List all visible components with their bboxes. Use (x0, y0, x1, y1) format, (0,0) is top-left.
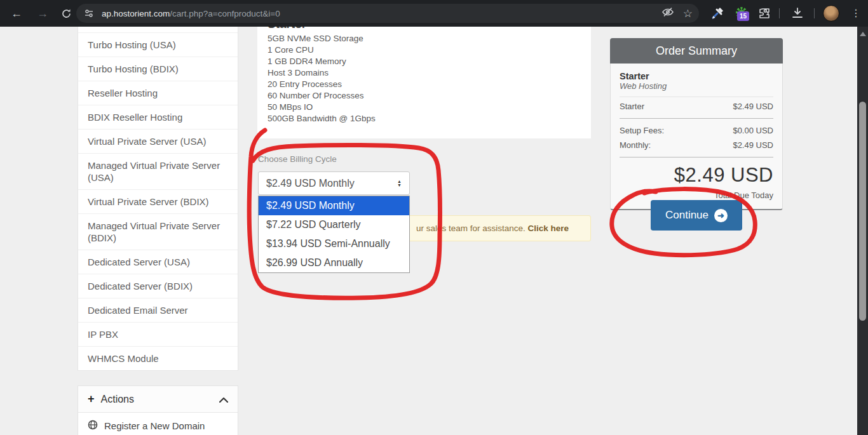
back-icon[interactable]: ← (9, 6, 24, 21)
arrow-circle-right-icon: ➜ (714, 209, 728, 222)
product-feature: 50 MBps IO (268, 102, 581, 113)
category-item[interactable]: Virtual Private Server (BDIX) (78, 190, 238, 214)
category-item[interactable]: IP PBX (78, 323, 238, 347)
category-item[interactable]: Dedicated Email Server (78, 298, 238, 323)
category-item[interactable]: Managed Virtual Private Server (BDIX) (78, 214, 238, 250)
reload-icon[interactable] (58, 6, 74, 21)
browser-toolbar: ← → ap.hostorient.com/cart.php?a=confpro… (0, 0, 868, 27)
product-name: Starter (268, 27, 581, 31)
category-sidebar: Turbo Hosting (USA) Turbo Hosting (BDIX)… (78, 27, 238, 371)
scrollbar-up-arrow[interactable] (860, 32, 866, 36)
scrollbar[interactable] (857, 27, 868, 435)
address-bar[interactable]: ap.hostorient.com/cart.php?a=confproduct… (76, 4, 699, 23)
summary-total-caption: Total Due Today (620, 191, 773, 200)
url-text: ap.hostorient.com/cart.php?a=confproduct… (102, 9, 280, 18)
site-settings-icon[interactable] (76, 8, 102, 18)
billing-option-semiannually[interactable]: $13.94 USD Semi-Annually (259, 234, 409, 253)
select-spinner-icon: ▲▼ (397, 180, 402, 187)
category-item[interactable]: Virtual Private Server (USA) (78, 130, 238, 154)
browser-window: ← → ap.hostorient.com/cart.php?a=confpro… (0, 0, 868, 435)
summary-setup-fees: Setup Fees:$0.00 USD (620, 123, 773, 138)
globe-icon (88, 420, 98, 432)
product-feature: 5GB NVMe SSD Storage (268, 33, 581, 44)
product-feature: 1 Core CPU (268, 44, 581, 56)
click-here-link[interactable]: Click here (528, 224, 569, 233)
actions-title: Actions (101, 394, 134, 405)
category-item[interactable]: Turbo Hosting (BDIX) (78, 57, 238, 81)
category-item[interactable]: Reseller Hosting (78, 81, 238, 105)
billing-cycle-select[interactable]: $2.49 USD Monthly ▲▼ (258, 171, 410, 195)
category-item[interactable]: BDIX Reseller Hosting (78, 105, 238, 130)
product-feature: Host 3 Domains (268, 67, 581, 79)
billing-option-annually[interactable]: $26.99 USD Annually (259, 253, 409, 272)
plus-icon: + (88, 392, 95, 406)
profile-avatar[interactable] (823, 5, 839, 22)
actions-panel: + Actions Register a New Domain (78, 385, 238, 435)
billing-option-monthly[interactable]: $2.49 USD Monthly (259, 196, 409, 215)
continue-button[interactable]: Continue ➜ (651, 200, 742, 231)
browser-menu-icon[interactable]: ⋮ (850, 6, 862, 21)
billing-cycle-dropdown: $2.49 USD Monthly $7.22 USD Quarterly $1… (258, 196, 410, 273)
summary-line-item: Starter$2.49 USD (620, 97, 773, 114)
alert-text: ur sales team for assistance. (416, 224, 528, 233)
continue-label: Continue (665, 209, 709, 222)
actions-panel-header[interactable]: + Actions (78, 386, 238, 413)
register-domain-link[interactable]: Register a New Domain (78, 413, 238, 435)
downloads-icon[interactable] (790, 0, 804, 27)
preview-hidden-eye-icon[interactable] (661, 6, 674, 21)
product-feature: 60 Number Of Processes (268, 90, 581, 102)
category-item[interactable]: Managed Virtual Private Server (USA) (78, 154, 238, 190)
product-feature: 500GB Bandwidth @ 1Gbps (268, 113, 581, 124)
summary-monthly: Monthly:$2.49 USD (620, 138, 773, 152)
toolbar-divider (779, 8, 780, 18)
billing-cycle-label: Choose Billing Cycle (258, 154, 337, 164)
forward-icon[interactable]: → (35, 6, 50, 21)
category-item-partial[interactable] (78, 27, 238, 33)
chevron-up-icon[interactable] (219, 394, 228, 405)
billing-option-quarterly[interactable]: $7.22 USD Quarterly (259, 215, 409, 234)
eyedropper-extension-icon[interactable] (710, 0, 724, 27)
category-item[interactable]: WHMCS Module (78, 347, 238, 370)
summary-product-name: Starter (620, 71, 773, 81)
extension-badge: 15 (737, 11, 749, 21)
register-domain-label: Register a New Domain (104, 420, 205, 431)
order-summary-title: Order Summary (610, 38, 783, 64)
bookmark-star-icon[interactable]: ☆ (683, 7, 693, 20)
product-details-box: Starter 5GB NVMe SSD Storage 1 Core CPU … (257, 27, 591, 138)
extensions-puzzle-icon[interactable] (757, 0, 771, 27)
category-item[interactable]: Dedicated Server (BDIX) (78, 274, 238, 298)
category-item[interactable]: Turbo Hosting (USA) (78, 33, 238, 57)
product-feature: 20 Entry Processes (268, 79, 581, 90)
summary-total: $2.49 USD (620, 164, 773, 187)
order-summary-panel: Order Summary Starter Web Hosting Starte… (610, 38, 783, 210)
billing-selected-value: $2.49 USD Monthly (266, 178, 355, 189)
product-feature: 1 GB DDR4 Memory (268, 56, 581, 67)
summary-divider (620, 157, 773, 157)
toolbar-divider (814, 8, 815, 18)
category-item[interactable]: Dedicated Server (USA) (78, 250, 238, 274)
scrollbar-thumb[interactable] (859, 102, 866, 321)
summary-product-group: Web Hosting (620, 81, 773, 91)
summary-divider (620, 118, 773, 119)
